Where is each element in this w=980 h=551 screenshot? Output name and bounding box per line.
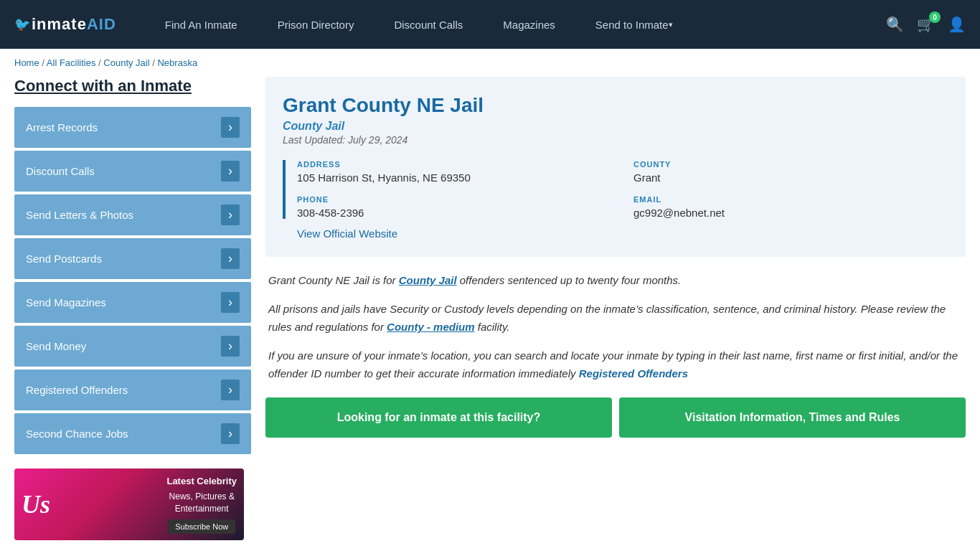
chevron-right-icon: › xyxy=(221,292,240,313)
ad-content: Latest Celebrity News, Pictures & Entert… xyxy=(166,475,237,534)
nav-magazines[interactable]: Magazines xyxy=(483,0,575,49)
sidebar-item-label: Send Letters & Photos xyxy=(26,209,133,221)
phone-label: PHONE xyxy=(297,195,612,204)
nav-discount-calls[interactable]: Discount Calls xyxy=(374,0,483,49)
sidebar-menu: Arrest Records › Discount Calls › Send L… xyxy=(14,107,251,454)
find-inmate-button[interactable]: Looking for an inmate at this facility? xyxy=(265,397,612,438)
description-para2: All prisons and jails have Security or C… xyxy=(268,300,963,336)
cart-badge: 0 xyxy=(929,11,941,23)
address-value: 105 Harrison St, Hyannis, NE 69350 xyxy=(297,171,612,184)
nav-prison-directory[interactable]: Prison Directory xyxy=(258,0,374,49)
nav-find-inmate[interactable]: Find An Inmate xyxy=(145,0,258,49)
breadcrumb-home[interactable]: Home xyxy=(14,57,39,68)
facility-card: Grant County NE Jail County Jail Last Up… xyxy=(265,77,966,257)
sidebar-item-label: Send Money xyxy=(26,340,86,352)
sidebar-item-send-money[interactable]: Send Money › xyxy=(14,326,251,367)
breadcrumb-county-jail[interactable]: County Jail xyxy=(103,57,149,68)
facility-info-grid: ADDRESS 105 Harrison St, Hyannis, NE 693… xyxy=(283,160,948,219)
chevron-right-icon: › xyxy=(221,423,240,444)
sidebar-item-registered-offenders[interactable]: Registered Offenders › xyxy=(14,369,251,410)
registered-offenders-link[interactable]: Registered Offenders xyxy=(579,367,688,380)
description-para1: Grant County NE Jail is for County Jail … xyxy=(268,271,963,290)
facility-name: Grant County NE Jail xyxy=(283,94,948,117)
sidebar-item-label: Send Magazines xyxy=(26,296,106,309)
search-icon[interactable]: 🔍 xyxy=(886,16,904,33)
visitation-info-button[interactable]: Visitation Information, Times and Rules xyxy=(619,397,966,438)
chevron-right-icon: › xyxy=(221,336,240,357)
facility-updated: Last Updated: July 29, 2024 xyxy=(283,134,948,146)
county-jail-link[interactable]: County Jail xyxy=(399,274,457,286)
advertisement: Us Latest Celebrity News, Pictures & Ent… xyxy=(14,468,244,540)
address-label: ADDRESS xyxy=(297,160,612,169)
content-area: Grant County NE Jail County Jail Last Up… xyxy=(265,77,966,540)
county-block: COUNTY Grant xyxy=(633,160,948,184)
phone-value: 308-458-2396 xyxy=(297,207,612,219)
ad-line2: News, Pictures & xyxy=(169,491,235,501)
breadcrumb: Home / All Facilities / County Jail / Ne… xyxy=(0,49,980,77)
sidebar-item-send-postcards[interactable]: Send Postcards › xyxy=(14,238,251,279)
logo[interactable]: 🐦 inmateAID xyxy=(14,15,116,34)
logo-text: inmateAID xyxy=(32,15,116,34)
logo-bird-icon: 🐦 xyxy=(14,17,30,32)
cart-icon[interactable]: 🛒 0 xyxy=(917,16,935,33)
chevron-right-icon: › xyxy=(221,380,240,400)
website-block: View Official Website xyxy=(283,227,948,240)
sidebar-item-send-letters[interactable]: Send Letters & Photos › xyxy=(14,194,251,235)
sidebar-item-label: Arrest Records xyxy=(26,121,98,133)
ad-subscribe-button[interactable]: Subscribe Now xyxy=(168,519,235,534)
county-label: COUNTY xyxy=(633,160,948,169)
email-label: EMAIL xyxy=(633,195,948,204)
user-icon[interactable]: 👤 xyxy=(948,16,966,33)
address-block: ADDRESS 105 Harrison St, Hyannis, NE 693… xyxy=(297,160,612,184)
sidebar-title: Connect with an Inmate xyxy=(14,77,251,95)
sidebar: Connect with an Inmate Arrest Records › … xyxy=(14,77,251,540)
chevron-right-icon: › xyxy=(221,161,240,182)
email-value: gc992@nebnet.net xyxy=(633,207,948,219)
description-para3: If you are unsure of your inmate’s locat… xyxy=(268,347,963,383)
nav-links: Find An Inmate Prison Directory Discount… xyxy=(145,0,886,49)
breadcrumb-nebraska[interactable]: Nebraska xyxy=(157,57,197,68)
nav-icons: 🔍 🛒 0 👤 xyxy=(886,16,966,33)
desc1-suffix: offenders sentenced up to twenty four mo… xyxy=(457,274,682,286)
sidebar-item-second-chance-jobs[interactable]: Second Chance Jobs › xyxy=(14,413,251,454)
description-section: Grant County NE Jail is for County Jail … xyxy=(265,271,966,383)
website-link[interactable]: View Official Website xyxy=(297,227,397,240)
main-layout: Connect with an Inmate Arrest Records › … xyxy=(0,77,980,551)
desc2-prefix: All prisons and jails have Security or C… xyxy=(268,303,946,334)
chevron-right-icon: › xyxy=(221,204,240,225)
desc1-prefix: Grant County NE Jail is for xyxy=(268,274,399,286)
sidebar-item-label: Send Postcards xyxy=(26,253,102,265)
sidebar-item-arrest-records[interactable]: Arrest Records › xyxy=(14,107,251,148)
chevron-right-icon: › xyxy=(221,117,240,138)
sidebar-item-discount-calls[interactable]: Discount Calls › xyxy=(14,151,251,192)
nav-send-to-inmate[interactable]: Send to Inmate xyxy=(575,0,693,49)
chevron-right-icon: › xyxy=(221,248,240,269)
sidebar-item-send-magazines[interactable]: Send Magazines › xyxy=(14,282,251,323)
breadcrumb-all-facilities[interactable]: All Facilities xyxy=(47,57,96,68)
email-block: EMAIL gc992@nebnet.net xyxy=(633,195,948,219)
main-nav: 🐦 inmateAID Find An Inmate Prison Direct… xyxy=(0,0,980,49)
sidebar-item-label: Second Chance Jobs xyxy=(26,428,128,440)
county-medium-link[interactable]: County - medium xyxy=(387,321,475,333)
county-value: Grant xyxy=(633,171,948,184)
facility-type: County Jail xyxy=(283,120,948,133)
cta-buttons: Looking for an inmate at this facility? … xyxy=(265,397,966,438)
sidebar-item-label: Discount Calls xyxy=(26,165,95,177)
ad-logo: Us xyxy=(22,489,50,519)
phone-block: PHONE 308-458-2396 xyxy=(297,195,612,219)
ad-line3: Entertainment xyxy=(175,504,229,514)
desc2-suffix: facility. xyxy=(475,321,510,333)
sidebar-item-label: Registered Offenders xyxy=(26,384,128,396)
ad-line1: Latest Celebrity xyxy=(166,475,237,488)
